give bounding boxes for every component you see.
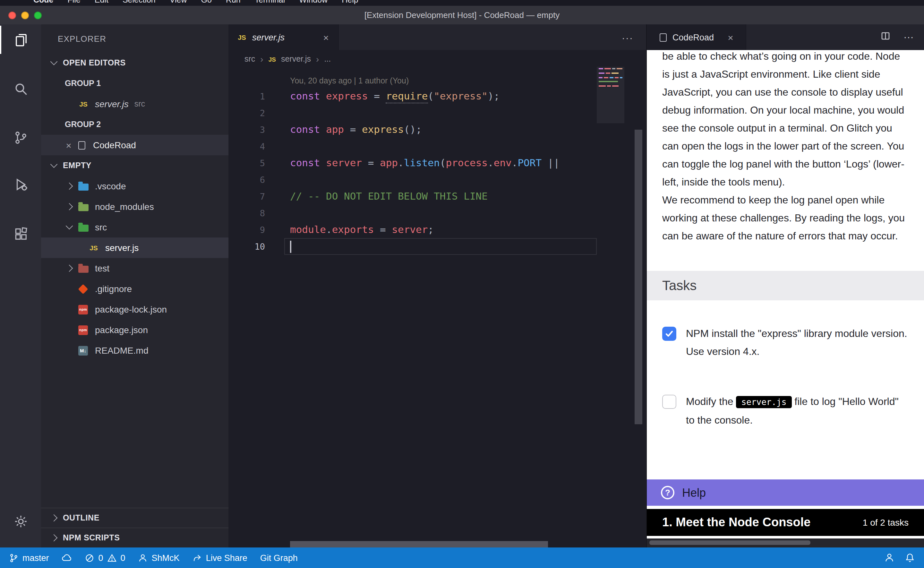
panel-tab-bar: CodeRoad × ···	[647, 24, 924, 50]
notifications-bell-icon[interactable]	[905, 553, 915, 563]
publish-changes-button[interactable]	[62, 553, 72, 563]
vscode-window: Code File Edit Selection View Go Run Ter…	[0, 0, 924, 568]
lesson-paragraph: We recommend to keep the log panel open …	[647, 191, 924, 245]
code-line: 4	[229, 138, 646, 155]
scrollbar-slider[interactable]	[650, 541, 810, 545]
breadcrumb-symbol[interactable]: ...	[324, 54, 331, 63]
menu-item-code[interactable]: Code	[33, 0, 54, 5]
minimap[interactable]	[597, 68, 624, 235]
gitlens-blame-annotation[interactable]: You, 20 days ago | 1 author (You)	[290, 76, 409, 85]
code-token: =	[368, 91, 386, 102]
open-editor-coderoad[interactable]: × CodeRoad	[41, 135, 228, 155]
status-bar: master 0 0 ShMcK Live	[0, 547, 924, 568]
editor-horizontal-scrollbar[interactable]	[290, 541, 548, 547]
live-share-button[interactable]: Live Share	[193, 553, 247, 562]
tree-item-package-json[interactable]: npm package.json	[41, 320, 228, 340]
menu-item-view[interactable]: View	[170, 0, 187, 5]
code-token: app	[380, 157, 398, 169]
code-token: // -- DO NOT EDIT BELOW THIS LINE	[290, 190, 488, 202]
menu-item-run[interactable]: Run	[226, 0, 241, 5]
close-icon[interactable]: ×	[321, 32, 330, 42]
menu-item-selection[interactable]: Selection	[122, 0, 155, 5]
tree-item-server-js[interactable]: JS server.js	[41, 237, 228, 258]
editor-vertical-scrollbar[interactable]	[635, 130, 642, 424]
menu-item-go[interactable]: Go	[201, 0, 212, 5]
git-branch-item[interactable]: master	[9, 553, 49, 562]
task-progress: 1 of 2 tasks	[863, 514, 909, 532]
tree-item-src[interactable]: src	[41, 217, 228, 237]
problems-item[interactable]: 0 0	[85, 553, 125, 562]
activity-bar	[0, 24, 41, 547]
editor-more-actions[interactable]: ···	[622, 24, 633, 50]
panel-bottom-scrollbar[interactable]	[647, 538, 924, 547]
minimize-window-button[interactable]	[21, 11, 29, 19]
tab-coderoad[interactable]: CodeRoad ×	[647, 24, 746, 50]
menu-item-terminal[interactable]: Terminal	[255, 0, 285, 5]
npm-scripts-section-header[interactable]: NPM SCRIPTS	[41, 527, 228, 547]
tree-item-readme[interactable]: M↓ README.md	[41, 340, 228, 361]
code-token: .	[398, 157, 404, 169]
zoom-window-button[interactable]	[34, 11, 42, 19]
chevron-down-icon	[50, 161, 58, 168]
account-icon[interactable]	[884, 553, 894, 563]
code-line: 7 // -- DO NOT EDIT BELOW THIS LINE	[229, 188, 646, 205]
tab-server-js[interactable]: JS server.js ×	[229, 24, 339, 50]
tree-item-node-modules[interactable]: node_modules	[41, 196, 228, 217]
code-token: "express"	[434, 91, 488, 102]
code-token: =	[362, 157, 380, 169]
folder-icon	[78, 183, 89, 190]
checkbox-checked[interactable]	[662, 327, 676, 341]
js-file-icon: JS	[268, 56, 276, 63]
code-line: 1 const express = require("express");	[229, 88, 646, 104]
lesson-paragraph: be able to check what’s going on in your…	[647, 50, 924, 191]
tree-item-vscode[interactable]: .vscode	[41, 176, 228, 196]
code-token: module	[290, 224, 326, 236]
run-debug-icon[interactable]	[0, 170, 41, 198]
minimap-slider[interactable]	[597, 67, 624, 123]
tree-item-gitignore[interactable]: .gitignore	[41, 278, 228, 299]
warning-icon	[107, 553, 117, 562]
code-token: process	[446, 157, 488, 169]
explorer-icon[interactable]	[0, 26, 41, 54]
search-icon[interactable]	[0, 74, 41, 103]
editor-tab-bar: JS server.js ×	[229, 24, 646, 50]
code-token: =	[374, 224, 392, 236]
code-line: 9 module.exports = server;	[229, 221, 646, 238]
breadcrumb-src[interactable]: src	[244, 54, 255, 63]
git-graph-button[interactable]: Git Graph	[260, 553, 298, 562]
file-icon	[660, 33, 667, 41]
close-icon[interactable]: ×	[64, 140, 73, 150]
more-actions-icon[interactable]: ···	[903, 32, 914, 43]
coderoad-user-item[interactable]: ShMcK	[138, 553, 180, 562]
menu-item-help[interactable]: Help	[342, 0, 358, 5]
code-editor[interactable]: 1 const express = require("express"); 2 …	[229, 88, 646, 255]
window-title: [Extension Development Host] - CodeRoad …	[365, 10, 559, 20]
code-token: const	[290, 91, 326, 102]
project-section-header[interactable]: EMPTY	[41, 155, 228, 176]
outline-section-header[interactable]: OUTLINE	[41, 508, 228, 527]
source-control-icon[interactable]	[0, 123, 41, 151]
split-editor-icon[interactable]	[880, 31, 891, 44]
checkbox-unchecked[interactable]	[662, 395, 676, 409]
help-button[interactable]: ? Help	[647, 479, 924, 506]
tab-title: CodeRoad	[672, 32, 714, 42]
chevron-right-icon: ›	[316, 54, 319, 64]
tasks-header: Tasks	[647, 271, 924, 301]
file-path-detail: src	[134, 100, 145, 109]
menu-item-window[interactable]: Window	[299, 0, 327, 5]
menu-item-edit[interactable]: Edit	[95, 0, 109, 5]
tree-item-package-lock[interactable]: npm package-lock.json	[41, 299, 228, 320]
code-token: env	[494, 157, 512, 169]
open-editor-server-js[interactable]: JS server.js src	[41, 94, 228, 114]
menu-item-file[interactable]: File	[68, 0, 80, 5]
close-window-button[interactable]	[8, 11, 16, 19]
close-icon[interactable]: ×	[726, 32, 735, 42]
breadcrumb-server-js[interactable]: server.js	[281, 54, 311, 63]
code-line: 2	[229, 104, 646, 121]
js-file-icon: JS	[78, 100, 89, 108]
extensions-icon[interactable]	[0, 219, 41, 248]
settings-gear-icon[interactable]	[0, 507, 41, 535]
chevron-right-icon: ›	[260, 54, 263, 64]
open-editors-header[interactable]: OPEN EDITORS	[41, 53, 228, 73]
tree-item-test[interactable]: test	[41, 258, 228, 278]
